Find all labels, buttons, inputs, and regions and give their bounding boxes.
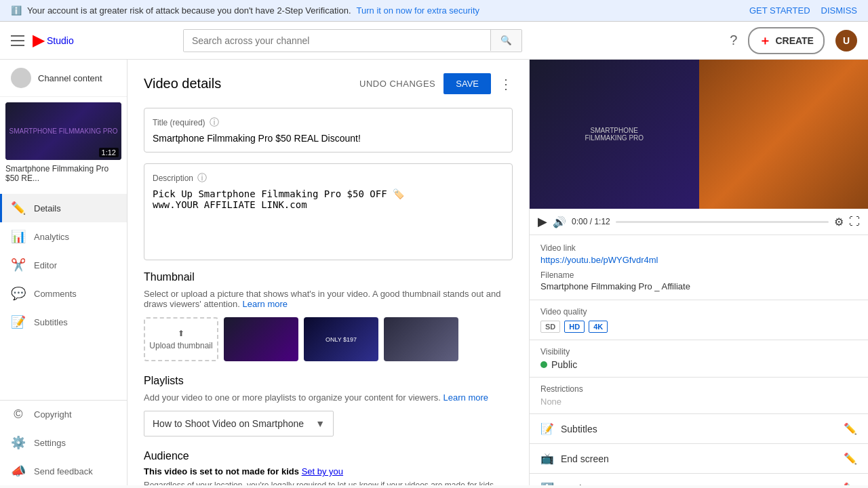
info-icon: ℹ️ [11, 5, 22, 16]
visibility-section: Visibility Public [530, 340, 868, 378]
restrictions-value: None [540, 396, 857, 407]
set-by-you-link[interactable]: Set by you [302, 466, 343, 476]
editor-icon: ✂️ [11, 258, 26, 272]
main-panel: Video details UNDO CHANGES SAVE ⋮ Title … [127, 60, 529, 485]
description-input[interactable]: Pick Up Smartphone Filmmaking Pro $50 OF… [153, 188, 504, 249]
sidebar-item-copyright[interactable]: © Copyright [0, 401, 127, 428]
video-left-half: SMARTPHONEFILMMAKING PRO [530, 60, 699, 209]
playlist-dropdown[interactable]: How to Shoot Video on Smartphone ▼ [144, 411, 334, 436]
header-left: ▶ Studio [11, 32, 74, 49]
channel-content-item[interactable]: Channel content [0, 60, 127, 97]
thumbnail-learn-more-link[interactable]: Learn more [243, 299, 288, 309]
thumb-text: SMARTPHONE FILMMAKING PRO [7, 125, 121, 138]
header: ▶ Studio 🔍 ? ＋ CREATE U [0, 22, 868, 60]
playlist-section: Playlists Add your video to one or more … [144, 375, 513, 436]
sidebar-item-subtitles[interactable]: 📝 Subtitles [0, 308, 127, 336]
volume-button[interactable]: 🔊 [553, 216, 566, 228]
video-preview-area: SMARTPHONEFILMMAKING PRO ▶ 🔊 0:00 / 1:12… [530, 60, 868, 235]
page-actions: UNDO CHANGES SAVE ⋮ [359, 73, 513, 94]
copyright-label: Copyright [34, 409, 72, 420]
upload-thumb-label: Upload thumbnail [149, 341, 212, 350]
fullscreen-button[interactable]: ⛶ [849, 216, 860, 228]
subtitles-item-left: 📝 Subtitles [540, 422, 597, 435]
dismiss-button[interactable]: DISMISS [821, 5, 857, 16]
4k-badge: 4K [589, 321, 608, 333]
video-link-label: Video link [540, 243, 857, 253]
search-button[interactable]: 🔍 [490, 30, 521, 51]
progress-bar[interactable] [616, 221, 829, 223]
sidebar-item-analytics[interactable]: 📊 Analytics [0, 222, 127, 251]
sidebar-item-details[interactable]: ✏️ Details [0, 194, 127, 222]
filename-value: Smartphone Filmmaking Pro _ Affiliate [540, 281, 857, 291]
visibility-value: Public [540, 359, 857, 370]
restrictions-label: Restrictions [540, 384, 857, 394]
editor-label: Editor [34, 260, 57, 270]
description-info-icon[interactable]: ⓘ [197, 172, 207, 184]
quality-section: Video quality SD HD 4K [530, 300, 868, 340]
quality-label: Video quality [540, 307, 857, 317]
audience-status: This video is set to not made for kids S… [144, 466, 513, 476]
sidebar-item-editor[interactable]: ✂️ Editor [0, 251, 127, 279]
time-display: 0:00 / 1:12 [572, 217, 610, 226]
create-plus-icon: ＋ [759, 33, 771, 49]
sidebar: Channel content SMARTPHONE FILMMAKING PR… [0, 60, 127, 485]
thumbnail-option-2[interactable]: ONLY $197 [304, 317, 378, 361]
end-screen-panel-item[interactable]: 📺 End screen ✏️ [530, 444, 868, 474]
main-layout: Channel content SMARTPHONE FILMMAKING PR… [0, 60, 868, 485]
logo[interactable]: ▶ Studio [33, 32, 74, 49]
thumb-img-3 [384, 317, 458, 361]
end-screen-edit-icon[interactable]: ✏️ [844, 452, 857, 465]
create-button[interactable]: ＋ CREATE [748, 27, 825, 54]
title-field-box: Title (required) ⓘ [144, 108, 513, 152]
thumb-img-2: ONLY $197 [304, 317, 378, 361]
search-box: 🔍 [183, 29, 522, 52]
settings-video-button[interactable]: ⚙ [834, 216, 844, 228]
cards-panel-item[interactable]: ℹ️ Cards ✏️ [530, 474, 868, 485]
playlists-learn-more-link[interactable]: Learn more [443, 392, 488, 403]
undo-changes-button[interactable]: UNDO CHANGES [359, 79, 435, 89]
page-title: Video details [144, 76, 221, 92]
chevron-down-icon: ▼ [315, 418, 325, 429]
right-panel: SMARTPHONEFILMMAKING PRO ▶ 🔊 0:00 / 1:12… [529, 60, 868, 485]
upload-thumbnail-button[interactable]: ⬆ Upload thumbnail [144, 317, 218, 361]
video-right-half [699, 60, 869, 209]
youtube-logo: ▶ [33, 32, 44, 49]
page-header: Video details UNDO CHANGES SAVE ⋮ [144, 73, 513, 94]
cards-item-left: ℹ️ Cards [540, 482, 586, 485]
playlists-desc: Add your video to one or more playlists … [144, 392, 513, 403]
title-input[interactable] [153, 133, 504, 144]
video-duration: 1:12 [99, 148, 119, 157]
sidebar-item-comments[interactable]: 💬 Comments [0, 279, 127, 308]
description-label: Description ⓘ [153, 172, 504, 184]
sidebar-item-settings[interactable]: ⚙️ Settings [0, 428, 127, 457]
cards-panel-label: Cards [561, 483, 586, 486]
cards-edit-icon[interactable]: ✏️ [844, 482, 857, 485]
create-label: CREATE [775, 35, 814, 46]
help-button[interactable]: ? [730, 33, 737, 48]
end-screen-item-left: 📺 End screen [540, 452, 609, 465]
visibility-label: Visibility [540, 347, 857, 357]
thumbnail-desc: Select or upload a picture that shows wh… [144, 289, 513, 309]
details-icon: ✏️ [11, 201, 26, 216]
subtitles-panel-item[interactable]: 📝 Subtitles ✏️ [530, 414, 868, 444]
more-options-button[interactable]: ⋮ [499, 76, 513, 92]
thumbnail-option-3[interactable] [384, 317, 458, 361]
video-url-link[interactable]: https://youtu.be/pWYGfvdr4ml [540, 255, 658, 265]
play-button[interactable]: ▶ [538, 214, 547, 229]
content-area: Video details UNDO CHANGES SAVE ⋮ Title … [127, 60, 868, 485]
subtitles-edit-icon[interactable]: ✏️ [844, 422, 857, 435]
turn-on-2sv-link[interactable]: Turn it on now for extra security [357, 5, 480, 16]
save-button[interactable]: SAVE [443, 73, 491, 94]
video-controls: ▶ 🔊 0:00 / 1:12 ⚙ ⛶ [530, 209, 868, 235]
video-player: SMARTPHONEFILMMAKING PRO [530, 60, 868, 209]
sidebar-item-feedback[interactable]: 📣 Send feedback [0, 457, 127, 485]
subtitles-icon: 📝 [11, 314, 26, 329]
thumbnail-option-1[interactable] [224, 317, 298, 361]
search-input[interactable] [184, 30, 490, 52]
filename-label: Filename [540, 270, 857, 280]
title-info-icon[interactable]: ⓘ [210, 117, 219, 129]
video-info: Video link https://youtu.be/pWYGfvdr4ml … [530, 235, 868, 300]
get-started-button[interactable]: GET STARTED [749, 5, 810, 16]
avatar[interactable]: U [835, 30, 857, 52]
hamburger-menu[interactable] [11, 35, 24, 46]
